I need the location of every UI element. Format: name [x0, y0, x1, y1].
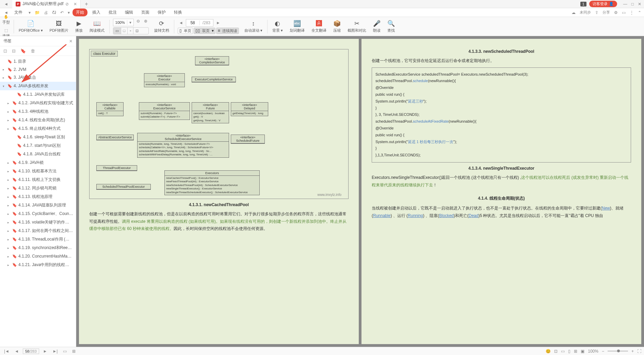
sb-fullscreen-icon[interactable]: ⛶ — [637, 349, 641, 354]
bookmark-item[interactable]: 🔖4.1.8. JAVA后台线程 — [0, 150, 76, 158]
word-translate-button[interactable]: 🔤划词翻译 — [286, 18, 308, 34]
bookmark-item[interactable]: ▸🔖3. JAVA集合 — [0, 73, 76, 82]
bookmark-item[interactable]: ▸🔖4.1.13. 线程池原理 — [0, 192, 76, 201]
window-icon[interactable]: ▭ — [622, 10, 626, 15]
bm-delete-icon[interactable]: 🗑 — [31, 48, 35, 53]
zoom-slider[interactable] — [608, 351, 628, 352]
menu-dropdown-icon[interactable]: ▾ — [27, 10, 32, 15]
sb-outline-icon[interactable]: ⊞ — [71, 349, 77, 354]
sb-emoji-icon[interactable]: 😊 — [546, 349, 551, 354]
pdf-to-image[interactable]: 🖼PDF转图片 — [46, 19, 72, 34]
menu-more-icon[interactable]: ⋮ — [630, 10, 634, 15]
bookmark-item[interactable]: ▾🔖4. JAVA多线程并发 — [0, 82, 76, 90]
menu-annotate[interactable]: 批注 — [105, 9, 120, 16]
page-next-icon[interactable]: ► — [215, 20, 222, 25]
content-area[interactable]: 💬 class Executor «interface»CompletionSe… — [76, 36, 644, 347]
bookmark-item[interactable]: ▸🔖4.1.11. 线程上下文切换 — [0, 175, 76, 184]
find-button[interactable]: 🔍查找 — [384, 18, 398, 34]
menu-insert[interactable]: 插入 — [89, 9, 104, 16]
bookmark-item[interactable]: ▸🔖4.1.12. 同步锁与死锁 — [0, 184, 76, 192]
auto-scroll-button[interactable]: ↕自动滚动 ▾ — [241, 19, 266, 34]
screenshot-button[interactable]: ✂截图和对比 — [344, 18, 370, 34]
bm-collapse-icon[interactable]: ⊟ — [12, 48, 16, 53]
sync-icon[interactable]: ☁ — [571, 10, 576, 15]
menu-page[interactable]: 页面 — [138, 9, 153, 16]
continuous-button[interactable]: ≡连续阅读 — [216, 28, 239, 34]
more-icon[interactable]: ▾ — [66, 10, 71, 15]
double-page-button[interactable]: ▯▯双页 ▾ — [194, 28, 215, 34]
bookmark-item[interactable]: ▸🔖4.1.14. JAVA阻塞队列原理 — [0, 201, 76, 210]
sb-page-input[interactable]: 58/283 — [23, 349, 39, 354]
ai-icon[interactable]: 🗘 — [51, 10, 58, 15]
zoom-select[interactable]: 100%▾ — [113, 19, 134, 26]
sb-view2-icon[interactable]: ▭ — [561, 349, 565, 354]
read-mode-button[interactable]: 📖阅读模式 — [86, 18, 108, 34]
menu-file[interactable]: 文件 — [11, 9, 26, 16]
bookmark-item[interactable]: ▸🔖4.1.16. volatile关键字的作用 (变量可见性、禁止重排序) — [0, 218, 76, 227]
share-icon[interactable]: ⇪ — [595, 10, 598, 15]
zoom-out-icon[interactable]: ⊖ — [135, 19, 141, 26]
sb-view3-icon[interactable]: ▯ — [568, 349, 570, 354]
sb-last-icon[interactable]: ►| — [51, 349, 59, 354]
bookmark-item[interactable]: 🔖4.1.1. JAVA并发知识库 — [0, 90, 76, 99]
bookmark-item[interactable]: ▸🔖4.1.18. ThreadLocal作用 (线程本地存储) — [0, 235, 76, 244]
menu-convert[interactable]: 转换 — [171, 9, 186, 16]
bookmark-item[interactable]: ▸🔖2. JVM — [0, 66, 76, 73]
minimize-icon[interactable]: — — [623, 2, 627, 6]
pdf-to-office[interactable]: 📄PDF转Office ▾ — [15, 18, 46, 34]
read-aloud-button[interactable]: 🎤朗读 — [370, 18, 384, 34]
close-window-icon[interactable]: ✕ — [638, 2, 641, 6]
maximize-icon[interactable]: □ — [631, 2, 634, 6]
sb-first-icon[interactable]: |◄ — [3, 349, 11, 354]
menu-protect[interactable]: 保护 — [154, 9, 169, 16]
bookmark-item[interactable]: ▸🔖4.1.10. 线程基本方法 — [0, 167, 76, 175]
sb-view1-icon[interactable]: ⊡ — [554, 349, 558, 354]
tab-close-icon[interactable]: ✕ — [74, 2, 77, 6]
sb-next-icon[interactable]: ► — [42, 349, 49, 354]
bookmark-item[interactable]: 🔖4.1.7. start与run区别 — [0, 141, 76, 150]
bookmark-item[interactable]: ▸🔖4.1.2. JAVA线程实现/创建方式 — [0, 99, 76, 107]
sb-bookmark-icon[interactable]: ▭ — [62, 349, 68, 354]
background-button[interactable]: ◐背景 ▾ — [269, 18, 286, 34]
prev-tab-icon[interactable]: ◄ — [0, 2, 12, 6]
menu-start[interactable]: 开始 — [73, 9, 87, 16]
bookmark-item[interactable]: ▸🔖4.1.19. synchronized和ReentrantLock的区别 — [0, 244, 76, 252]
hand-tool[interactable]: ✋手型 — [2, 15, 10, 25]
collapse-icon[interactable]: ⌃ — [638, 10, 641, 15]
notification-badge[interactable]: 1 — [580, 2, 586, 6]
bookmark-item[interactable]: 🔖1. 目录 — [0, 57, 76, 66]
save-icon[interactable]: 🖨 — [43, 10, 49, 15]
bm-add-icon[interactable]: 🔖 — [20, 48, 26, 53]
sb-prev-icon[interactable]: ◄ — [13, 349, 20, 354]
bookmark-item[interactable]: ▸🔖4.1.15. CyclicBarrier、CountDownLatch、S… — [0, 210, 76, 218]
page-prev-icon[interactable]: ◄ — [178, 20, 184, 25]
add-tab-button[interactable]: + — [81, 1, 92, 7]
bookmark-item[interactable]: ▸🔖4.1.3. 4种线程池 — [0, 107, 76, 116]
fit-buttons[interactable]: ▭□▫⊡ — [113, 27, 149, 34]
undo-icon[interactable]: ↶ — [59, 10, 65, 15]
bm-expand-icon[interactable]: ⊡ — [3, 48, 7, 53]
page-input[interactable]: 58/283 — [186, 19, 213, 27]
bookmark-item[interactable]: ▸🔖4.1.21. Java中用到的线程调度 — [0, 261, 76, 269]
sb-view4-icon[interactable]: ⊞ — [574, 349, 577, 354]
zoom-in-icon[interactable]: ⊕ — [143, 19, 149, 26]
settings-icon[interactable]: ⚙ — [614, 10, 618, 15]
tab-pin-icon[interactable]: ⊘ — [65, 2, 69, 6]
single-page-button[interactable]: ▯单页 — [178, 28, 193, 34]
sb-view5-icon[interactable]: ▣ — [581, 349, 584, 354]
sb-zoom-out-icon[interactable]: − — [602, 349, 604, 354]
bookmarks-close-icon[interactable]: ✕ — [69, 39, 73, 44]
bookmark-item[interactable]: ▸🔖4.1.5. 终止线程4种方式 — [0, 124, 76, 133]
menu-edit[interactable]: 编辑 — [122, 9, 136, 16]
bookmark-item[interactable]: 🔖4.1.6. sleep与wait 区别 — [0, 133, 76, 141]
sb-zoom-in-icon[interactable]: + — [631, 349, 634, 354]
rotate-button[interactable]: ⟳旋转文档 — [151, 18, 173, 34]
open-icon[interactable]: 📁 — [33, 10, 41, 15]
document-tab[interactable]: P JAVA核心知识整理.pdf ⊘ ✕ — [12, 0, 81, 8]
bookmark-item[interactable]: ▸🔖4.1.17. 如何在两个线程之间共享数据 — [0, 227, 76, 235]
bookmark-item[interactable]: ▸🔖4.1.20. ConcurrentHashMap并发 — [0, 252, 76, 261]
bookmark-item[interactable]: ▸🔖4.1.9. JAVA锁 — [0, 158, 76, 167]
bookmark-item[interactable]: ▸🔖4.1.4. 线程生命周期(状态) — [0, 116, 76, 124]
login-button[interactable]: 访客登录👤 — [589, 1, 617, 7]
full-translate-button[interactable]: 🅰全文翻译 — [308, 19, 330, 34]
